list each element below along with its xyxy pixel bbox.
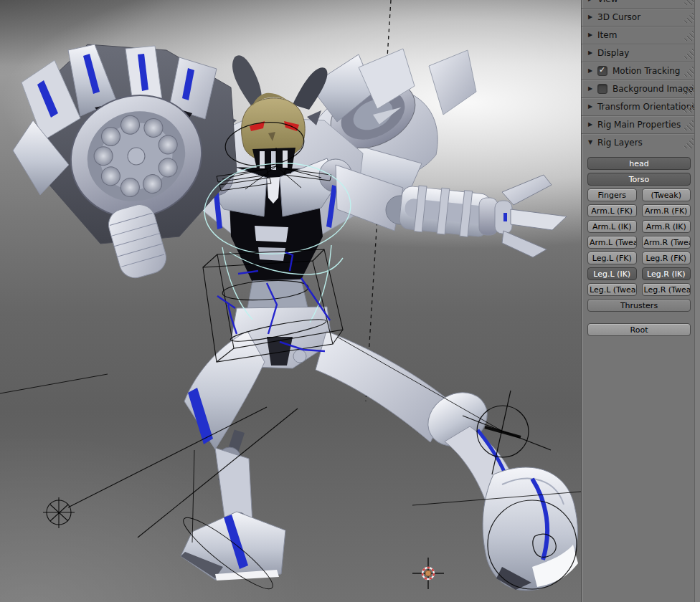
rig-layer-button-head[interactable]: head bbox=[587, 157, 691, 170]
panel-label: 3D Cursor bbox=[597, 12, 640, 22]
rig-layer-button-leg-l-ik[interactable]: Leg.L (IK) bbox=[587, 267, 637, 280]
motion-tracking-checkbox[interactable] bbox=[597, 66, 607, 76]
mech-model[interactable] bbox=[13, 44, 578, 591]
disclosure-triangle-icon: ▶ bbox=[588, 32, 597, 38]
rig-layer-button-thrusters[interactable]: Thrusters bbox=[587, 299, 691, 312]
panel-header-rig-layers[interactable]: ▼ Rig Layers bbox=[582, 133, 700, 151]
panel-header-motion-tracking[interactable]: ▶ Motion Tracking bbox=[582, 62, 700, 80]
rig-layer-button-arm-l-tweak[interactable]: Arm.L (Twea bbox=[587, 236, 637, 249]
rig-layer-button-leg-r-ik[interactable]: Leg.R (IK) bbox=[642, 267, 691, 280]
rig-layer-button-fingers[interactable]: Fingers bbox=[587, 188, 637, 201]
panel-header-display[interactable]: ▶ Display bbox=[582, 44, 700, 62]
panel-label: View bbox=[597, 0, 618, 4]
rig-layer-button-root[interactable]: Root bbox=[587, 323, 691, 336]
rig-layer-button-arm-l-fk[interactable]: Arm.L (FK) bbox=[587, 204, 637, 217]
rig-layer-button-arm-r-fk[interactable]: Arm.R (FK) bbox=[642, 204, 691, 217]
background-images-checkbox[interactable] bbox=[597, 84, 607, 94]
panel-label: Rig Layers bbox=[597, 138, 643, 148]
panel-header-background-images[interactable]: ▶ Background Images bbox=[582, 80, 700, 97]
panel-drag-grip-icon[interactable] bbox=[682, 47, 694, 59]
rig-layer-button-arm-r-ik[interactable]: Arm.R (IK) bbox=[642, 220, 691, 233]
right-arm bbox=[336, 165, 567, 257]
panel-label: Rig Main Properties bbox=[597, 120, 681, 130]
panel-drag-grip-icon[interactable] bbox=[682, 0, 694, 5]
disclosure-triangle-icon: ▼ bbox=[588, 140, 597, 145]
panel-header-view[interactable]: ▶ View bbox=[582, 0, 700, 8]
panel-label: Motion Tracking bbox=[612, 66, 680, 76]
properties-region: ▶ View ▶ 3D Cursor ▶ Item ▶ Display ▶ Mo… bbox=[581, 0, 700, 602]
rig-layer-button-leg-r-fk[interactable]: Leg.R (FK) bbox=[642, 252, 691, 264]
rig-layer-button-tweak[interactable]: (Tweak) bbox=[642, 188, 691, 201]
panel-label: Transform Orientations bbox=[597, 102, 696, 112]
panel-header-transform-orientations[interactable]: ▶ Transform Orientations bbox=[582, 97, 700, 115]
blender-window: ▶ View ▶ 3D Cursor ▶ Item ▶ Display ▶ Mo… bbox=[0, 0, 700, 602]
panel-drag-grip-icon[interactable] bbox=[682, 119, 694, 130]
3d-viewport[interactable] bbox=[0, 0, 581, 602]
rig-layer-button-arm-r-tweak[interactable]: Arm.R (Twea bbox=[642, 236, 691, 249]
gatling-pod bbox=[13, 44, 237, 282]
panel-label: Display bbox=[597, 48, 629, 58]
rig-layer-button-leg-l-fk[interactable]: Leg.L (FK) bbox=[587, 252, 637, 264]
disclosure-triangle-icon: ▶ bbox=[588, 14, 597, 20]
disclosure-triangle-icon: ▶ bbox=[588, 50, 597, 56]
panel-header-item[interactable]: ▶ Item bbox=[582, 26, 700, 44]
rig-layers-panel-body: head Torso Fingers (Tweak) Arm.L (FK) Ar… bbox=[582, 151, 700, 336]
3d-cursor[interactable] bbox=[412, 558, 444, 589]
disclosure-triangle-icon: ▶ bbox=[588, 86, 597, 92]
panel-drag-grip-icon[interactable] bbox=[682, 65, 694, 77]
panel-header-3d-cursor[interactable]: ▶ 3D Cursor bbox=[582, 8, 700, 26]
right-leg bbox=[316, 331, 578, 591]
disclosure-triangle-icon: ▶ bbox=[588, 0, 597, 2]
disclosure-triangle-icon: ▶ bbox=[588, 68, 597, 74]
sidebar-scrollbar-track[interactable] bbox=[694, 0, 700, 602]
panel-label: Item bbox=[597, 30, 617, 40]
panel-drag-grip-icon[interactable] bbox=[682, 11, 694, 23]
rig-layer-button-leg-r-tweak[interactable]: Leg.R (Tweak bbox=[642, 283, 691, 296]
viewport-scene bbox=[0, 0, 581, 602]
disclosure-triangle-icon: ▶ bbox=[588, 104, 597, 110]
panel-drag-grip-icon[interactable] bbox=[682, 137, 694, 148]
rig-layer-button-torso[interactable]: Torso bbox=[587, 173, 691, 186]
panel-header-rig-main-properties[interactable]: ▶ Rig Main Properties bbox=[582, 115, 700, 133]
rig-layer-button-arm-l-ik[interactable]: Arm.L (IK) bbox=[587, 220, 637, 233]
panel-drag-grip-icon[interactable] bbox=[682, 29, 694, 41]
rig-layer-button-leg-l-tweak[interactable]: Leg.L (Tweak bbox=[587, 283, 637, 296]
disclosure-triangle-icon: ▶ bbox=[588, 122, 597, 128]
root-crosshair-control[interactable] bbox=[43, 407, 298, 538]
